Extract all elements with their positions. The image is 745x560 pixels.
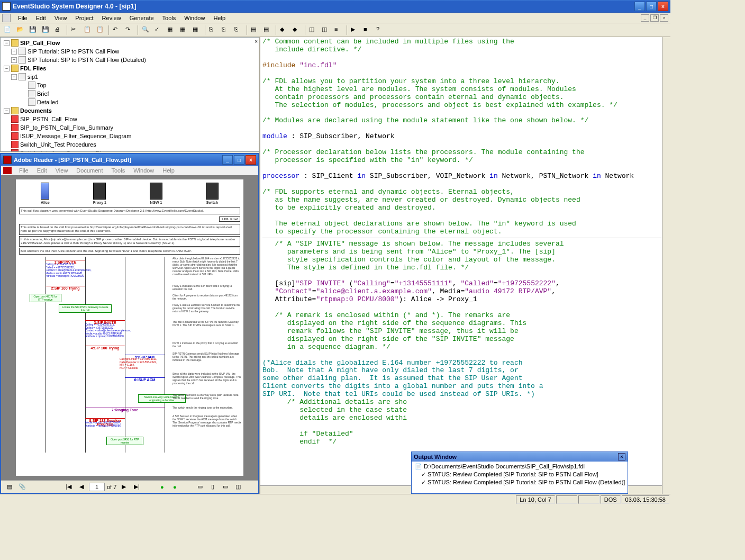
adobe-prev-page-button[interactable]: ◀ [76,482,87,492]
tb-undo-button[interactable]: ↶ [111,24,123,36]
adobe-last-page-button[interactable]: ▶| [131,482,142,492]
tb-view2-button[interactable]: ▤ [262,24,274,36]
tree-item[interactable]: SIP_PSTN_Call_Flow [20,116,77,122]
output-content[interactable]: 📄 D:\Documents\EventStudio Documents\SIP… [412,462,628,493]
tree-item[interactable]: Switch_Interface_Sequence_Diagram [20,150,118,152]
tree-fdl[interactable]: FDL Files [20,65,46,71]
project-tree[interactable]: × −SIP_Call_Flow +SIP Tutorial: SIP to P… [0,37,259,152]
output-close-button[interactable]: × [618,453,625,460]
tree-item[interactable]: SIP Tutorial: SIP to PSTN Call Flow (Det… [28,57,146,63]
tb-open-button[interactable]: 📂 [15,24,26,36]
close-button[interactable]: × [658,2,668,11]
adobe-forward-button[interactable]: ● [169,482,180,492]
tb-paste-button[interactable]: 📋 [95,24,106,36]
mdi-restore-button[interactable]: ❐ [650,14,659,22]
seq-note: Media = audio 3456 RTP/AVP, Attribute = … [85,421,121,427]
code-editor[interactable]: /* Common content can be included in mul… [260,37,670,494]
menu-help[interactable]: Help [209,14,230,22]
menu-project[interactable]: Project [71,14,97,22]
tb-action3-button[interactable]: ▦ [191,24,203,36]
menu-generate[interactable]: Generate [125,14,158,22]
tb-gen2-button[interactable]: ⎘ [220,24,232,36]
output-titlebar[interactable]: Output Window × [412,452,628,462]
minimize-button[interactable]: _ [634,2,645,11]
adobe-menu-edit[interactable]: Edit [33,166,51,175]
adobe-attach-button[interactable]: 📎 [17,482,28,492]
expander-icon[interactable]: + [11,49,17,55]
tb-ed3-button[interactable]: ≡ [333,24,344,36]
adobe-back-button[interactable]: ● [157,482,167,492]
tree-item[interactable]: Top [37,82,47,88]
adobe-view1-button[interactable]: ▭ [195,482,205,492]
adobe-menu-help[interactable]: Help [158,166,179,175]
tb-opt1-button[interactable]: ◆ [278,24,290,36]
adobe-view4-button[interactable]: ◫ [233,482,243,492]
expander-icon[interactable]: − [11,74,17,80]
tb-opt2-button[interactable]: ◆ [291,24,303,36]
tb-stop-button[interactable]: ■ [362,24,374,36]
tree-close-button[interactable]: × [255,39,258,44]
tb-cut-button[interactable]: ✂ [69,24,81,36]
tree-item[interactable]: SIP Tutorial: SIP to PSTN Call Flow [28,48,119,55]
tree-item[interactable]: Brief [37,91,49,97]
tree-docs[interactable]: Documents [20,107,52,114]
tb-view1-button[interactable]: ▤ [249,24,261,36]
tb-find-button[interactable]: 🔍 [140,24,152,36]
tb-saveall-button[interactable]: 💾 [40,24,52,36]
adobe-page-input[interactable] [89,483,105,491]
menu-view[interactable]: View [50,14,71,22]
menu-edit[interactable]: Edit [32,14,50,22]
tree-root[interactable]: SIP_Call_Flow [20,40,60,46]
tree-item[interactable]: sip1 [28,74,38,80]
menu-window[interactable]: Window [180,14,209,22]
adobe-view2-button[interactable]: ▯ [207,482,218,492]
menu-review[interactable]: Review [98,14,125,22]
tb-save-button[interactable]: 💾 [28,24,39,36]
adobe-pages-button[interactable]: ▤ [4,482,15,492]
tb-redo-button[interactable]: ↷ [124,24,135,36]
tb-review-button[interactable]: ✓ [153,24,165,36]
tb-action2-button[interactable]: ▦ [178,24,190,36]
tree-item[interactable]: Switch_Unit_Test Procedures [20,141,96,148]
pdf-icon [11,141,19,148]
vertical-scrollbar[interactable] [662,37,670,494]
tb-run-button[interactable]: ▶ [349,24,361,36]
tb-help-button[interactable]: ? [375,24,386,36]
paste-icon: 📋 [96,26,105,34]
actor-label: Alice [41,201,50,204]
menu-file[interactable]: File [14,14,32,22]
adobe-minimize-button[interactable]: _ [222,155,233,165]
adobe-menu-file[interactable]: File [15,166,33,175]
adobe-content[interactable]: Alice Proxy 1 NGW 1 Switch This call flo… [1,175,258,480]
adobe-menu-document[interactable]: Document [72,166,107,175]
expander-icon[interactable]: − [4,108,10,114]
adobe-next-page-button[interactable]: ▶ [119,482,129,492]
tb-gen3-button[interactable]: ⎘ [233,24,244,36]
tree-item[interactable]: SIP_to_PSTN_Call_Flow_Summary [20,124,113,131]
adobe-menu-tools[interactable]: Tools [107,166,130,175]
tree-item[interactable]: Detailed [37,99,58,105]
tb-copy-button[interactable]: 📋 [82,24,94,36]
tree-item[interactable]: ISUP_Message_Filter_Sequence_Diagram [20,133,131,139]
menu-tools[interactable]: Tools [158,14,180,22]
tb-ed1-button[interactable]: ◫ [307,24,319,36]
adobe-view3-button[interactable]: ▭ [220,482,231,492]
adobe-first-page-button[interactable]: |◀ [63,482,74,492]
adobe-menu-view[interactable]: View [51,166,72,175]
fdl-icon [19,73,26,80]
mdi-minimize-button[interactable]: _ [641,14,649,22]
tb-gen1-button[interactable]: ⎘ [207,24,219,36]
tb-action1-button[interactable]: ▦ [166,24,177,36]
expander-icon[interactable]: + [11,57,17,63]
adobe-close-button[interactable]: × [246,155,256,165]
adobe-maximize-button[interactable]: □ [234,155,244,165]
tb-new-button[interactable]: 📄 [2,24,14,36]
maximize-button[interactable]: □ [646,2,657,11]
expander-icon[interactable]: − [4,40,10,46]
adobe-menu-window[interactable]: Window [129,166,158,175]
output-title: Output Window [414,454,457,460]
tb-print-button[interactable]: 🖨 [53,24,65,36]
mdi-close-button[interactable]: × [660,14,668,22]
expander-icon[interactable]: − [4,66,10,71]
tb-ed2-button[interactable]: ◫ [320,24,332,36]
